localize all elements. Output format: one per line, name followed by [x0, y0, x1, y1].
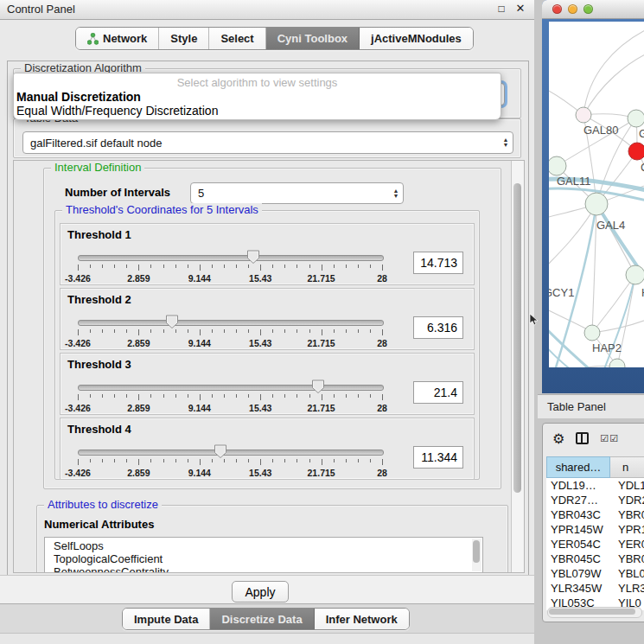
combobox-stepper-icon: ▲▼	[389, 188, 403, 199]
attribute-list-item[interactable]: SelfLoops	[45, 539, 482, 552]
table-row[interactable]: YBL079WYBL0	[546, 566, 644, 581]
table-row[interactable]: YBR043CYBR0	[546, 507, 644, 522]
tab-network[interactable]: Network	[76, 28, 159, 49]
split-view-icon[interactable]	[576, 432, 589, 444]
network-node-ga[interactable]	[628, 110, 644, 127]
slider-thumb[interactable]	[311, 379, 325, 394]
control-panel-footer	[0, 633, 534, 644]
table-panel-titlebar: Table Panel	[538, 394, 644, 419]
cell-name[interactable]: YBL0	[610, 566, 644, 581]
table-row[interactable]: YBR045CYBR0	[546, 552, 644, 566]
network-node-gal80[interactable]	[576, 107, 591, 123]
number-of-intervals-combobox[interactable]: 5 ▲▼	[190, 182, 404, 204]
threshold-panels-container: Threshold 1 -3.4262.8599.14415.4321.7152…	[55, 223, 479, 480]
node-label: GA	[639, 127, 644, 140]
cell-shared-name[interactable]: YPR145W	[546, 522, 610, 537]
column-header-shared-name[interactable]: shared…	[546, 456, 610, 478]
zoom-window-button[interactable]	[583, 4, 593, 14]
network-canvas[interactable]: GAL80GACGAL11GAL4GCY1HHAP2	[549, 22, 644, 367]
table-row[interactable]: YDR27…YDR2	[546, 493, 644, 507]
slider-ticks	[78, 459, 382, 466]
threshold-slider[interactable]: -3.4262.8599.14415.4321.71528	[78, 255, 382, 281]
threshold-slider[interactable]: -3.4262.8599.14415.4321.71528	[78, 320, 382, 346]
apply-button[interactable]: Apply	[232, 581, 289, 603]
cell-name[interactable]: YBR0	[610, 552, 644, 566]
gear-icon[interactable]: ⚙	[552, 430, 564, 447]
list-scrollbar-thumb[interactable]	[473, 540, 480, 563]
tab-discretize-data[interactable]: Discretize Data	[210, 609, 314, 629]
network-node[interactable]	[609, 359, 625, 367]
dropdown-option-manual-discretization[interactable]: Manual Discretization	[14, 90, 501, 104]
table-row[interactable]: YER054CYER0	[546, 537, 644, 552]
cell-name[interactable]: YDR2	[610, 493, 644, 507]
slider-ticks	[78, 265, 382, 271]
tab-impute-data[interactable]: Impute Data	[123, 609, 210, 629]
cell-shared-name[interactable]: YER054C	[546, 537, 610, 552]
tab-style[interactable]: Style	[159, 28, 209, 49]
network-node-gal11[interactable]	[549, 156, 566, 175]
mouse-cursor	[529, 313, 539, 327]
slider-track[interactable]	[78, 450, 384, 456]
control-panel-title: Control Panel	[7, 3, 75, 16]
table-row[interactable]: YLR345WYLR3	[546, 581, 644, 596]
threshold-value-field[interactable]: 6.316	[413, 316, 463, 339]
threshold-slider[interactable]: -3.4262.8599.14415.4321.71528	[78, 450, 382, 475]
control-panel-window: Control Panel □ ✕ Network Style Select C…	[0, 0, 534, 644]
tab-cyni-toolbox[interactable]: Cyni Toolbox	[266, 28, 360, 49]
network-node-gal4[interactable]	[585, 193, 608, 215]
threshold-value-field[interactable]: 21.4	[413, 381, 463, 404]
thresholds-group-legend: Threshold's Coordinates for 5 Intervals	[62, 203, 262, 216]
cyni-mode-tab-bar: Impute Data Discretize Data Infer Networ…	[122, 608, 410, 630]
tab-select[interactable]: Select	[209, 28, 265, 49]
slider-ticks	[78, 329, 382, 336]
network-node-h[interactable]	[626, 265, 644, 284]
slider-track[interactable]	[78, 320, 384, 326]
numerical-attributes-list[interactable]: SelfLoopsTopologicalCoefficientBetweenne…	[44, 537, 483, 573]
node-label: GAL4	[596, 219, 625, 232]
attribute-list-item[interactable]: TopologicalCoefficient	[45, 552, 482, 565]
network-node-c[interactable]	[628, 143, 644, 160]
cell-shared-name[interactable]: YBL079W	[546, 566, 610, 581]
slider-track[interactable]	[78, 255, 384, 261]
dropdown-option-equal-width-frequency[interactable]: Equal Width/Frequency Discretization	[14, 104, 501, 118]
minimize-window-button[interactable]	[568, 4, 577, 14]
table-data-combobox[interactable]: galFiltered.sif default node ▲▼	[22, 131, 513, 154]
table-row[interactable]: YDL19…YDL1	[546, 478, 644, 493]
select-columns-icon[interactable]: ☑☑	[600, 433, 619, 444]
algorithm-dropdown-popup: Select algorithm to view settings Manual…	[13, 73, 501, 120]
network-node-hap2[interactable]	[584, 325, 600, 341]
slider-thumb[interactable]	[165, 315, 179, 329]
settings-scrollbar[interactable]	[511, 161, 524, 572]
settings-scrollbar-thumb[interactable]	[513, 183, 521, 493]
threshold-panel: Threshold 1 -3.4262.8599.14415.4321.7152…	[60, 223, 475, 285]
cell-shared-name[interactable]: YDR27…	[546, 493, 610, 507]
slider-thumb[interactable]	[214, 444, 227, 459]
interval-definition-group: Interval Definition Number of Intervals …	[43, 168, 501, 489]
cell-shared-name[interactable]: YBR045C	[546, 552, 610, 566]
list-scrollbar[interactable]	[472, 539, 481, 571]
cell-name[interactable]: YBR0	[610, 507, 644, 522]
cell-shared-name[interactable]: YBR043C	[546, 507, 610, 522]
column-header-name[interactable]: n	[610, 456, 644, 478]
threshold-value-field[interactable]: 11.344	[413, 446, 463, 469]
close-window-button[interactable]	[552, 4, 562, 14]
cell-name[interactable]: YDL1	[610, 478, 644, 493]
attribute-list-item[interactable]: BetweennessCentrality	[45, 565, 482, 573]
tab-jactivemnodules[interactable]: jActiveMNodules	[360, 28, 473, 49]
close-panel-button[interactable]: ✕	[513, 2, 527, 16]
cell-name[interactable]: YER0	[610, 537, 644, 552]
threshold-value-field[interactable]: 14.713	[413, 252, 463, 274]
cell-name[interactable]: YLR3	[610, 581, 644, 596]
tab-infer-network[interactable]: Infer Network	[315, 609, 409, 629]
threshold-slider[interactable]: -3.4262.8599.14415.4321.71528	[78, 385, 382, 411]
cell-name[interactable]: YPR1	[610, 522, 644, 537]
cell-shared-name[interactable]: YLR345W	[546, 581, 610, 596]
slider-thumb[interactable]	[246, 250, 260, 265]
table-row[interactable]: YPR145WYPR1	[546, 522, 644, 537]
cell-shared-name[interactable]: YDL19…	[546, 478, 610, 493]
threshold-panel: Threshold 3 -3.4262.8599.14415.4321.7152…	[60, 353, 475, 415]
float-window-button[interactable]: □	[494, 2, 508, 16]
table-horizontal-scrollbar[interactable]	[547, 607, 642, 618]
table-scrollbar-thumb[interactable]	[549, 609, 635, 615]
slider-track[interactable]	[78, 385, 384, 391]
